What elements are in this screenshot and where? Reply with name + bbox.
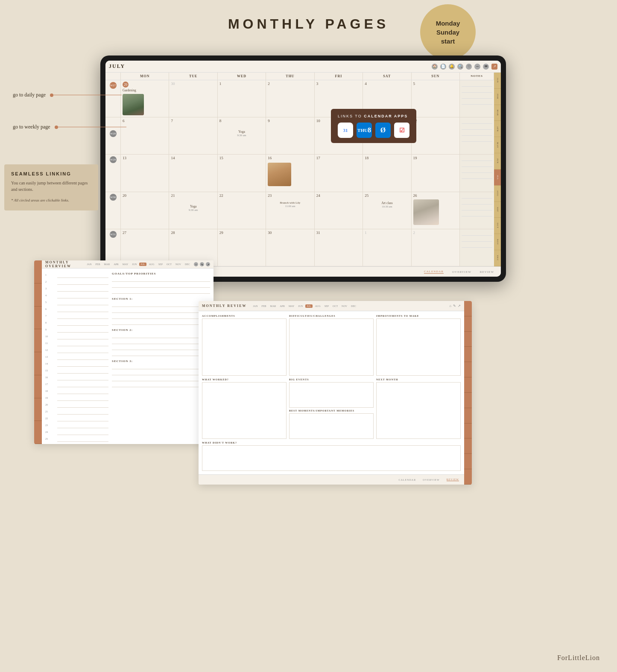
rv-may[interactable]: MAY <box>287 304 295 308</box>
rv-st-10[interactable] <box>464 438 472 454</box>
tab-review[interactable]: REVIEW <box>480 270 494 274</box>
toolbar-icon-6[interactable]: ↔ <box>474 64 480 70</box>
side-tab-nov[interactable]: NOV <box>494 234 501 250</box>
ov-apr[interactable]: APR <box>112 263 120 266</box>
what-didnt-box[interactable] <box>202 445 461 471</box>
accomplishments-box[interactable] <box>202 318 287 376</box>
side-tab-sep[interactable]: SEP <box>494 202 501 218</box>
rv-st-12[interactable] <box>464 469 472 485</box>
cell-19[interactable]: 19 <box>412 155 460 191</box>
toolbar-icon-7[interactable]: ✉ <box>483 64 489 70</box>
cell-22[interactable]: 22 <box>218 192 266 229</box>
cell-24[interactable]: 24 <box>315 192 363 229</box>
ov-tab-3[interactable] <box>34 307 42 330</box>
ov-tab-8[interactable] <box>34 421 42 444</box>
week-num-29[interactable]: W29 <box>105 155 121 191</box>
rv-jul[interactable]: JUL <box>305 304 312 308</box>
toolbar-icon-3[interactable]: 🔔 <box>449 64 455 70</box>
rv-icon-2[interactable]: ✎ <box>453 304 456 308</box>
improvements-box[interactable] <box>376 318 461 376</box>
cell-6[interactable]: 6 <box>121 117 169 154</box>
cell-26[interactable]: 26 <box>412 192 460 229</box>
cell-2[interactable]: 2 <box>266 80 314 117</box>
tab-overview[interactable]: OVERVIEW <box>452 270 471 274</box>
rv-st-3[interactable] <box>464 332 472 347</box>
difficulties-box[interactable] <box>289 318 374 376</box>
ov-dec[interactable]: DEC <box>184 263 191 266</box>
side-tab-aug[interactable]: AUG <box>494 186 501 202</box>
ov-tab-5[interactable] <box>34 352 42 375</box>
rv-dec[interactable]: DEC <box>350 304 357 308</box>
cell-1[interactable]: 1 <box>218 80 266 117</box>
rv-sep[interactable]: SEP <box>323 304 330 308</box>
next-month-box[interactable] <box>376 382 461 439</box>
ov-icon-2[interactable]: ✎ <box>200 262 204 266</box>
ov-jan[interactable]: JAN <box>85 263 93 266</box>
cell-18[interactable]: 18 <box>363 155 411 191</box>
rv-mar[interactable]: MAR <box>269 304 278 308</box>
cell-31[interactable]: 31 <box>315 229 363 266</box>
big-events-box[interactable] <box>289 382 374 408</box>
ov-tab-1[interactable] <box>34 260 42 283</box>
cell-17[interactable]: 17 <box>315 155 363 191</box>
ov-nov[interactable]: NOV <box>174 263 182 266</box>
rv-icon-3[interactable]: ↗ <box>458 304 461 308</box>
cell-30b[interactable]: 30 <box>266 229 314 266</box>
cell-14[interactable]: 14 <box>169 155 217 191</box>
rv-oct[interactable]: OCT <box>331 304 339 308</box>
review-tab-review[interactable]: REVIEW <box>447 478 459 481</box>
toolbar-icon-4[interactable]: 🔍 <box>457 64 463 70</box>
rv-st-11[interactable] <box>464 454 472 469</box>
ov-feb[interactable]: FEB <box>94 263 101 266</box>
reminders-icon[interactable]: ☑ <box>394 123 409 138</box>
cell-1n[interactable]: 1 <box>363 229 411 266</box>
ov-may[interactable]: MAY <box>121 263 129 266</box>
side-tab-jul[interactable]: JUL <box>494 169 501 186</box>
cell-16[interactable]: 16 <box>266 155 314 191</box>
cell-29b[interactable]: 29 <box>218 229 266 266</box>
side-tab-jan[interactable]: JAN <box>494 73 501 89</box>
week-num-30[interactable]: W30 <box>105 192 121 229</box>
ov-tab-2[interactable] <box>34 283 42 307</box>
rv-apr[interactable]: APR <box>278 304 286 308</box>
cell-20[interactable]: 20 <box>121 192 169 229</box>
cell-12[interactable]: 12 <box>412 117 460 154</box>
rv-st-6[interactable] <box>464 377 472 393</box>
ov-aug[interactable]: AUG <box>148 263 156 266</box>
rv-icon-1[interactable]: ⌂ <box>449 304 451 308</box>
rv-nov[interactable]: NOV <box>340 304 348 308</box>
side-tab-jun[interactable]: JUN <box>494 153 501 169</box>
toolbar-icon-5[interactable]: ♡ <box>466 64 472 70</box>
cell-23[interactable]: 23 Brunch with Lily 11:00 am <box>266 192 314 229</box>
rv-st-5[interactable] <box>464 362 472 377</box>
review-tab-overview[interactable]: OVERVIEW <box>423 479 440 481</box>
side-tab-feb[interactable]: FEB <box>494 89 501 105</box>
tab-calendar[interactable]: CALENDAR <box>424 270 444 274</box>
ov-tab-4[interactable] <box>34 329 42 352</box>
ov-sep[interactable]: SEP <box>157 263 164 266</box>
best-moments-box[interactable] <box>289 413 374 439</box>
ov-icon-1[interactable]: ⌂ <box>194 262 198 266</box>
what-worked-box[interactable] <box>202 382 287 439</box>
rv-st-9[interactable] <box>464 424 472 439</box>
rv-jun[interactable]: JUN <box>297 304 304 308</box>
ov-oct[interactable]: OCT <box>165 263 173 266</box>
cell-30[interactable]: 30 <box>169 80 217 117</box>
rv-st-4[interactable] <box>464 347 472 362</box>
side-tab-oct[interactable]: OCT <box>494 218 501 234</box>
rv-st-7[interactable] <box>464 393 472 408</box>
rv-aug[interactable]: AUG <box>314 304 322 308</box>
rv-st-2[interactable] <box>464 316 472 332</box>
cell-13[interactable]: 13 <box>121 155 169 191</box>
ov-tab-6[interactable] <box>34 375 42 398</box>
toolbar-icon-2[interactable]: 📄 <box>440 64 446 70</box>
ov-mar[interactable]: MAR <box>103 263 111 266</box>
toolbar-icon-1[interactable]: 🏠 <box>432 64 438 70</box>
side-tab-dec[interactable]: DEC <box>494 250 501 266</box>
cell-2n[interactable]: 2 <box>412 229 460 266</box>
rv-feb[interactable]: FEB <box>260 304 268 308</box>
rv-st-1[interactable] <box>464 301 472 316</box>
ov-tab-7[interactable] <box>34 398 42 421</box>
side-tab-may[interactable]: MAY <box>494 137 501 153</box>
apple-calendar-icon[interactable]: Ø <box>375 123 391 138</box>
